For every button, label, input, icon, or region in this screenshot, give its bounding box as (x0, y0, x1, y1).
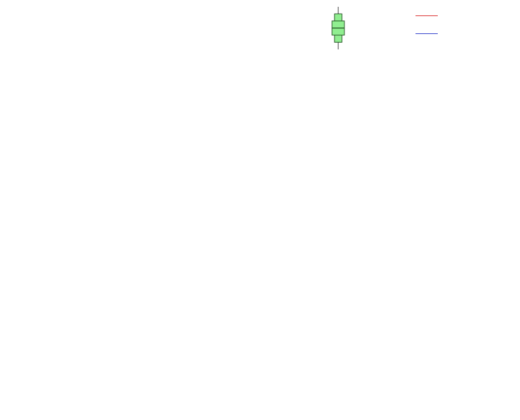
meteogram-chart (0, 0, 520, 420)
meteogram-page (0, 0, 520, 420)
